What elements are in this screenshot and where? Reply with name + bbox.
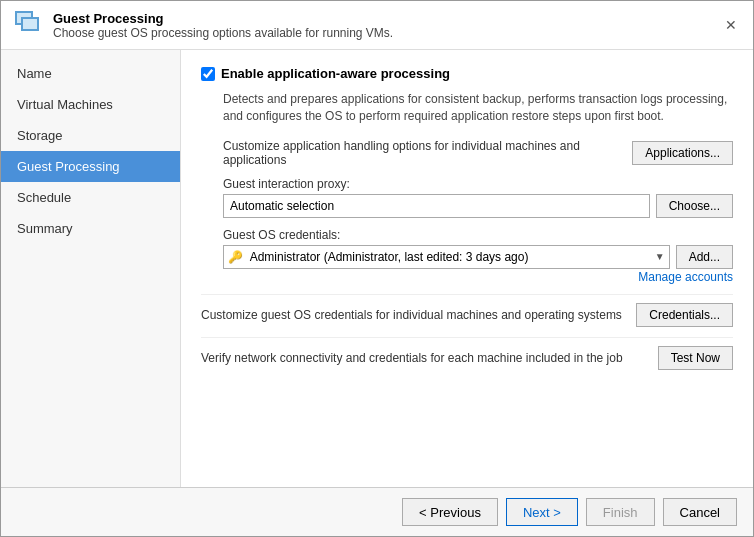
main-content: Enable application-aware processing Dete… <box>181 50 753 487</box>
title-bar: Guest Processing Choose guest OS process… <box>1 1 753 50</box>
dialog-description: Choose guest OS processing options avail… <box>53 26 393 40</box>
enable-checkbox-row: Enable application-aware processing <box>201 66 733 81</box>
next-button[interactable]: Next > <box>506 498 578 526</box>
sidebar: Name Virtual Machines Storage Guest Proc… <box>1 50 181 487</box>
app-customize-row: Customize application handling options f… <box>223 139 733 167</box>
credentials-field-group: Guest OS credentials: 🔑 Administrator (A… <box>223 228 733 284</box>
proxy-input[interactable] <box>223 194 650 218</box>
customize-credentials-row: Customize guest OS credentials for indiv… <box>201 294 733 327</box>
footer: < Previous Next > Finish Cancel <box>1 487 753 536</box>
vm-copy-icon <box>13 9 45 41</box>
proxy-field-row: Choose... <box>223 194 733 218</box>
proxy-choose-button[interactable]: Choose... <box>656 194 733 218</box>
sidebar-item-summary[interactable]: Summary <box>1 213 180 244</box>
sidebar-item-schedule[interactable]: Schedule <box>1 182 180 213</box>
credentials-add-button[interactable]: Add... <box>676 245 733 269</box>
credentials-icon: 🔑 <box>228 250 243 264</box>
applications-button[interactable]: Applications... <box>632 141 733 165</box>
verify-row: Verify network connectivity and credenti… <box>201 337 733 370</box>
cancel-button[interactable]: Cancel <box>663 498 737 526</box>
dialog-title: Guest Processing <box>53 11 393 26</box>
previous-button[interactable]: < Previous <box>402 498 498 526</box>
verify-label: Verify network connectivity and credenti… <box>201 351 658 365</box>
credentials-field-row: 🔑 Administrator (Administrator, last edi… <box>223 245 733 269</box>
credentials-select[interactable]: 🔑 Administrator (Administrator, last edi… <box>223 245 670 269</box>
title-text: Guest Processing Choose guest OS process… <box>53 11 393 40</box>
credentials-button[interactable]: Credentials... <box>636 303 733 327</box>
customize-label: Customize guest OS credentials for indiv… <box>201 308 636 322</box>
close-button[interactable]: ✕ <box>721 15 741 35</box>
sidebar-item-guest-processing[interactable]: Guest Processing <box>1 151 180 182</box>
sidebar-item-name[interactable]: Name <box>1 58 180 89</box>
sidebar-item-virtual-machines[interactable]: Virtual Machines <box>1 89 180 120</box>
enable-description: Detects and prepares applications for co… <box>223 91 733 125</box>
test-now-button[interactable]: Test Now <box>658 346 733 370</box>
enable-app-checkbox[interactable] <box>201 67 215 81</box>
sidebar-item-storage[interactable]: Storage <box>1 120 180 151</box>
enable-app-label[interactable]: Enable application-aware processing <box>221 66 450 81</box>
manage-row: Manage accounts <box>223 269 733 284</box>
finish-button[interactable]: Finish <box>586 498 655 526</box>
dialog: Guest Processing Choose guest OS process… <box>0 0 754 537</box>
app-customize-label: Customize application handling options f… <box>223 139 632 167</box>
credentials-value: Administrator (Administrator, last edite… <box>250 250 529 264</box>
body: Name Virtual Machines Storage Guest Proc… <box>1 50 753 487</box>
proxy-label: Guest interaction proxy: <box>223 177 733 191</box>
proxy-field-group: Guest interaction proxy: Choose... <box>223 177 733 218</box>
title-bar-left: Guest Processing Choose guest OS process… <box>13 9 393 41</box>
credentials-label: Guest OS credentials: <box>223 228 733 242</box>
manage-accounts-link[interactable]: Manage accounts <box>638 270 733 284</box>
credentials-dropdown-arrow: ▼ <box>655 251 665 262</box>
